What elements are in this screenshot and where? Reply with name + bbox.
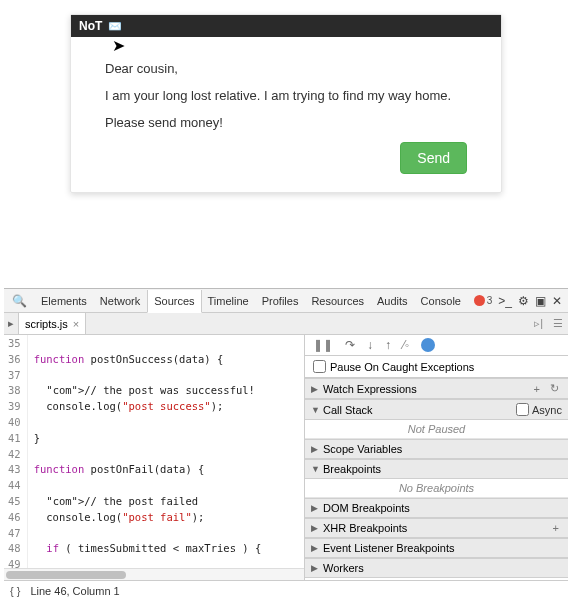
code-line	[34, 368, 304, 384]
code-line: "com">// the post was successful!	[34, 383, 304, 399]
error-icon	[474, 295, 485, 306]
email-greeting: Dear cousin,	[105, 61, 467, 76]
section-label: Scope Variables	[323, 443, 402, 455]
add-icon[interactable]: +	[531, 383, 543, 395]
email-line1: I am your long lost relative. I am tryin…	[105, 88, 467, 103]
section-label: DOM Breakpoints	[323, 502, 410, 514]
line-number: 41	[8, 431, 21, 447]
tab-profiles[interactable]: Profiles	[256, 289, 306, 312]
cursor-position: Line 46, Column 1	[30, 585, 119, 597]
tab-timeline[interactable]: Timeline	[202, 289, 256, 312]
send-button[interactable]: Send	[400, 142, 467, 174]
scrollbar-thumb[interactable]	[6, 571, 126, 579]
code-editor[interactable]: 3536373839404142434445464748495051525354…	[4, 335, 304, 568]
line-number: 44	[8, 478, 21, 494]
code-line	[34, 557, 304, 568]
devtools-panel: 🔍 ElementsNetworkSourcesTimelineProfiles…	[4, 288, 568, 600]
tab-console[interactable]: Console	[415, 289, 468, 312]
email-body: Dear cousin, I am your long lost relativ…	[71, 37, 501, 192]
code-content: function postOnSuccess(data) { "com">// …	[28, 335, 304, 568]
line-number: 47	[8, 526, 21, 542]
horizontal-scrollbar[interactable]	[4, 568, 304, 580]
email-app: NoT ✉️ Dear cousin, I am your long lost …	[70, 14, 502, 193]
tab-network[interactable]: Network	[94, 289, 147, 312]
statusbar: { } Line 46, Column 1	[4, 580, 568, 600]
line-number: 36	[8, 352, 21, 368]
async-checkbox[interactable]	[516, 403, 529, 416]
close-icon[interactable]: ✕	[552, 294, 562, 308]
code-line	[34, 415, 304, 431]
section-dom-bp[interactable]: ▶ DOM Breakpoints	[305, 498, 568, 518]
pause-on-exceptions-icon[interactable]	[421, 338, 435, 352]
tab-audits[interactable]: Audits	[371, 289, 415, 312]
drawer-toggle-icon[interactable]: >_	[498, 294, 512, 308]
close-icon[interactable]: ×	[73, 318, 79, 330]
step-out-icon[interactable]: ↑	[385, 338, 391, 352]
line-number: 49	[8, 557, 21, 568]
code-line	[34, 336, 304, 352]
pretty-print-icon[interactable]: { }	[10, 585, 20, 597]
mail-icon: ✉️	[108, 20, 122, 33]
chevron-down-icon: ▼	[311, 405, 319, 415]
chevron-down-icon: ▼	[311, 464, 319, 474]
line-number: 48	[8, 541, 21, 557]
section-xhr-bp[interactable]: ▶ XHR Breakpoints +	[305, 518, 568, 538]
code-line: function postOnFail(data) {	[34, 462, 304, 478]
tab-sources[interactable]: Sources	[147, 290, 201, 313]
section-breakpoints[interactable]: ▼ Breakpoints	[305, 459, 568, 479]
code-line	[34, 447, 304, 463]
dock-icon[interactable]: ▣	[535, 294, 546, 308]
async-label: Async	[532, 404, 562, 416]
section-scope[interactable]: ▶ Scope Variables	[305, 439, 568, 459]
search-icon[interactable]: 🔍	[4, 294, 35, 308]
chevron-right-icon: ▶	[311, 523, 319, 533]
code-line: }	[34, 431, 304, 447]
line-number: 45	[8, 494, 21, 510]
panel-toggle-icon[interactable]: ▸	[4, 313, 19, 334]
file-tabs-row: ▸ scripts.js × ▹| ☰	[4, 313, 568, 335]
section-event-bp[interactable]: ▶ Event Listener Breakpoints	[305, 538, 568, 558]
file-tab[interactable]: scripts.js ×	[19, 313, 86, 334]
deactivate-breakpoints-icon[interactable]: ⁄◦	[403, 338, 409, 352]
brand-label: NoT	[79, 19, 102, 33]
line-number: 37	[8, 368, 21, 384]
debugger-sidebar: ❚❚ ↷ ↓ ↑ ⁄◦ Pause On Caught Exceptions ▶…	[305, 335, 568, 580]
line-number: 40	[8, 415, 21, 431]
section-callstack[interactable]: ▼ Call Stack Async	[305, 399, 568, 420]
code-line: console.log("post success");	[34, 399, 304, 415]
history-back-icon[interactable]: ▹|	[529, 317, 548, 330]
file-tab-label: scripts.js	[25, 318, 68, 330]
step-into-icon[interactable]: ↓	[367, 338, 373, 352]
section-workers[interactable]: ▶ Workers	[305, 558, 568, 578]
line-gutter: 3536373839404142434445464748495051525354…	[4, 335, 28, 568]
section-label: Call Stack	[323, 404, 373, 416]
code-line: function postOnSuccess(data) {	[34, 352, 304, 368]
line-number: 38	[8, 383, 21, 399]
email-line2: Please send money!	[105, 115, 467, 130]
chevron-right-icon: ▶	[311, 384, 319, 394]
error-count[interactable]: 3	[474, 295, 493, 306]
pause-caught-checkbox[interactable]	[313, 360, 326, 373]
add-icon[interactable]: +	[550, 522, 562, 534]
section-label: Event Listener Breakpoints	[323, 542, 454, 554]
line-number: 42	[8, 447, 21, 463]
gear-icon[interactable]: ⚙	[518, 294, 529, 308]
tab-resources[interactable]: Resources	[305, 289, 371, 312]
code-line	[34, 478, 304, 494]
section-watch[interactable]: ▶ Watch Expressions + ↻	[305, 378, 568, 399]
tab-elements[interactable]: Elements	[35, 289, 94, 312]
section-label: Watch Expressions	[323, 383, 417, 395]
pause-icon[interactable]: ❚❚	[313, 338, 333, 352]
breakpoints-body: No Breakpoints	[305, 479, 568, 498]
line-number: 43	[8, 462, 21, 478]
code-line: "com">// the post failed	[34, 494, 304, 510]
chevron-right-icon: ▶	[311, 503, 319, 513]
list-icon[interactable]: ☰	[548, 317, 568, 330]
step-over-icon[interactable]: ↷	[345, 338, 355, 352]
line-number: 35	[8, 336, 21, 352]
refresh-icon[interactable]: ↻	[547, 382, 562, 395]
pause-caught-label: Pause On Caught Exceptions	[330, 361, 474, 373]
chevron-right-icon: ▶	[311, 563, 319, 573]
code-line: if ( timesSubmitted < maxTries ) {	[34, 541, 304, 557]
chevron-right-icon: ▶	[311, 444, 319, 454]
